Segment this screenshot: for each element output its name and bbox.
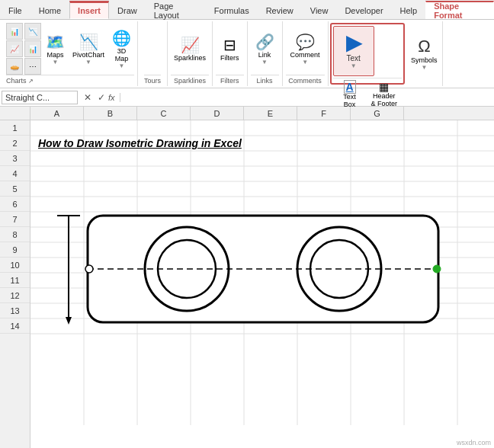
tab-shape-format[interactable]: Shape Format xyxy=(425,1,494,19)
column-chart-btn[interactable]: 📊 xyxy=(6,23,23,40)
header-footer-icon: ▦ xyxy=(379,81,389,93)
comments-buttons: 💬 Comment ▼ xyxy=(286,23,325,75)
tab-view[interactable]: View xyxy=(302,1,337,19)
charts-expand-icon[interactable]: ↗ xyxy=(28,78,34,85)
header-footer-label: Header& Footer xyxy=(371,93,398,108)
area-chart-btn[interactable]: 📊 xyxy=(24,40,41,57)
row-numbers: 1 2 3 4 5 6 7 8 9 10 11 12 13 14 xyxy=(0,120,30,448)
formula-bar: Straight C... ✕ ✓ fx xyxy=(0,88,494,107)
textbox-btn[interactable]: A TextBox xyxy=(333,78,367,110)
column-headers: A B C D E F G xyxy=(0,107,494,120)
pivot-chart-btn[interactable]: 📉 PivotChart ▼ xyxy=(69,31,107,67)
symbols-icon: Ω xyxy=(418,37,430,56)
tab-bar: File Home Insert Draw Page Layout Formul… xyxy=(0,0,494,20)
pie-chart-btn[interactable]: 🥧 xyxy=(6,58,23,75)
text-group-top: ▶ Text ▼ xyxy=(333,26,403,76)
filters-buttons: ⊟ Filters xyxy=(216,23,244,75)
col-header-d[interactable]: D xyxy=(191,107,244,120)
filters-group-label: Filters xyxy=(216,75,244,85)
tab-draw[interactable]: Draw xyxy=(109,1,146,19)
col-header-a[interactable]: A xyxy=(30,107,84,120)
svg-marker-23 xyxy=(66,317,72,325)
row-num-1[interactable]: 1 xyxy=(0,120,30,136)
3d-map-btn[interactable]: 🌐 3DMap ▼ xyxy=(109,27,134,71)
header-footer-btn[interactable]: ▦ Header& Footer xyxy=(367,78,403,110)
row-num-10[interactable]: 10 xyxy=(0,258,30,273)
row-num-13[interactable]: 13 xyxy=(0,303,30,318)
sparklines-buttons: 📈 Sparklines xyxy=(171,23,209,75)
name-box[interactable]: Straight C... xyxy=(2,91,78,104)
title-text: How to Draw Isometric Drawing in Excel xyxy=(38,137,242,149)
comments-group: 💬 Comment ▼ Comments xyxy=(283,21,329,86)
maps-label: Maps xyxy=(47,51,63,59)
tab-home[interactable]: Home xyxy=(30,1,69,19)
text-label: Text xyxy=(346,54,360,62)
row-num-8[interactable]: 8 xyxy=(0,227,30,242)
link-label: Link xyxy=(258,51,271,59)
tab-review[interactable]: Review xyxy=(258,1,302,19)
comment-btn[interactable]: 💬 Comment ▼ xyxy=(286,31,325,67)
chart-icons-col1: 📊 📈 🥧 xyxy=(6,23,23,75)
tours-group: Tours xyxy=(138,21,168,86)
pivot-chart-icon: 📉 xyxy=(79,33,98,51)
row-num-12[interactable]: 12 xyxy=(0,288,30,303)
comments-group-label: Comments xyxy=(286,75,325,85)
row-num-6[interactable]: 6 xyxy=(0,197,30,212)
row-num-14[interactable]: 14 xyxy=(0,318,30,334)
row-num-5[interactable]: 5 xyxy=(0,181,30,197)
ribbon: 📊 📈 🥧 📉 📊 ⋯ 🗺️ Maps ▼ 📉 PivotChart ▼ 🌐 xyxy=(0,20,494,88)
row-num-2[interactable]: 2 xyxy=(0,136,30,151)
col-header-e[interactable]: E xyxy=(244,107,297,120)
svg-point-31 xyxy=(85,265,93,273)
symbols-label: Symbols xyxy=(411,56,438,64)
sparklines-group: 📈 Sparklines Sparklines xyxy=(168,21,213,86)
maps-btn[interactable]: 🗺️ Maps ▼ xyxy=(43,31,68,67)
row-num-4[interactable]: 4 xyxy=(0,166,30,181)
row-num-11[interactable]: 11 xyxy=(0,273,30,288)
text-group-bottom: A TextBox ▦ Header& Footer xyxy=(333,78,403,110)
charts-buttons: 📊 📈 🥧 📉 📊 ⋯ 🗺️ Maps ▼ 📉 PivotChart ▼ 🌐 xyxy=(6,23,134,75)
tab-help[interactable]: Help xyxy=(392,1,426,19)
link-btn[interactable]: 🔗 Link ▼ xyxy=(251,31,279,67)
text-group-panel: ▶ Text ▼ A TextBox ▦ Header& Footer xyxy=(330,23,406,85)
text-icon: ▶ xyxy=(346,33,361,53)
svg-point-32 xyxy=(433,265,441,273)
row-num-3[interactable]: 3 xyxy=(0,151,30,166)
filters-icon: ⊟ xyxy=(223,36,236,54)
text-btn[interactable]: ▶ Text ▼ xyxy=(333,26,374,76)
confirm-formula-btn[interactable]: ✓ xyxy=(95,91,108,104)
tab-insert[interactable]: Insert xyxy=(69,1,109,19)
charts-group: 📊 📈 🥧 📉 📊 ⋯ 🗺️ Maps ▼ 📉 PivotChart ▼ 🌐 xyxy=(3,21,138,86)
tab-page-layout[interactable]: Page Layout xyxy=(146,1,206,19)
3d-map-icon: 🌐 xyxy=(112,29,131,47)
filters-btn[interactable]: ⊟ Filters xyxy=(216,34,244,63)
filters-group: ⊟ Filters Filters xyxy=(213,21,248,86)
tab-file[interactable]: File xyxy=(0,1,30,19)
tab-formulas[interactable]: Formulas xyxy=(206,1,258,19)
watermark: wsxdn.com xyxy=(457,439,491,446)
bar-chart-btn[interactable]: 📉 xyxy=(24,23,41,40)
filters-label: Filters xyxy=(220,54,239,62)
pivot-chart-label: PivotChart xyxy=(72,51,104,59)
row-num-9[interactable]: 9 xyxy=(0,242,30,258)
line-chart-btn[interactable]: 📈 xyxy=(6,40,23,57)
formula-input[interactable] xyxy=(124,93,492,102)
tours-label: Tours xyxy=(144,75,161,85)
row-num-7[interactable]: 7 xyxy=(0,212,30,227)
maps-icon: 🗺️ xyxy=(46,33,65,51)
cancel-formula-btn[interactable]: ✕ xyxy=(81,91,95,104)
links-buttons: 🔗 Link ▼ xyxy=(251,23,279,75)
chart-icons-col2: 📉 📊 ⋯ xyxy=(24,23,41,75)
comment-icon: 💬 xyxy=(296,33,315,51)
isometric-drawing xyxy=(46,212,465,334)
fx-label: fx xyxy=(108,93,120,102)
col-header-b[interactable]: B xyxy=(84,107,137,120)
charts-group-label: Charts ↗ xyxy=(6,75,134,85)
sheet-body: 1 2 3 4 5 6 7 8 9 10 11 12 13 14 xyxy=(0,120,494,448)
sparklines-group-label: Sparklines xyxy=(171,75,209,85)
tab-developer[interactable]: Developer xyxy=(336,1,391,19)
symbols-btn[interactable]: Ω Symbols ▼ xyxy=(406,21,443,86)
col-header-c[interactable]: C xyxy=(137,107,191,120)
sparklines-btn[interactable]: 📈 Sparklines xyxy=(171,34,209,63)
scatter-chart-btn[interactable]: ⋯ xyxy=(24,58,41,75)
